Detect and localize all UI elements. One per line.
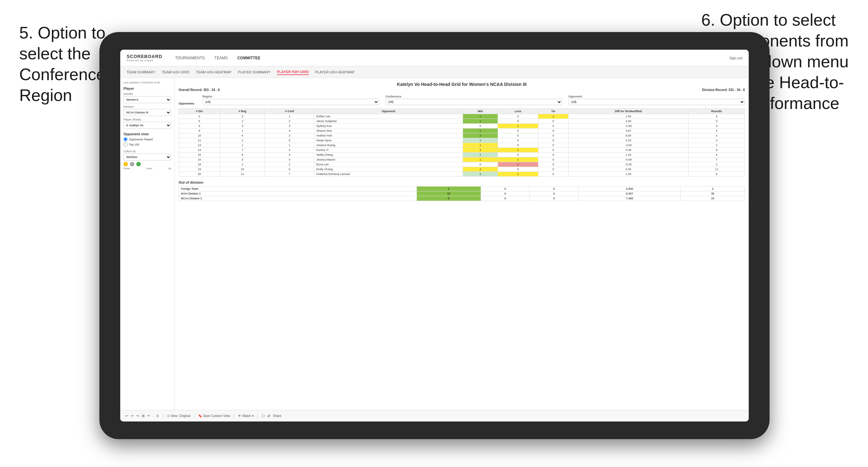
colour-section: Colour by Win/loss Down Level Up: [123, 150, 171, 170]
sub-team-h2h-heatmap[interactable]: TEAM H2H HEATMAP: [196, 69, 231, 75]
table-row: 1635Jessica Mason120-0.947: [179, 157, 745, 162]
toolbar-sep4: [257, 413, 258, 419]
th-diff: Diff Av Strokes/Rnd: [568, 108, 688, 114]
table-row: 19106Emily Chang4000.3011: [179, 167, 745, 172]
th-reg: # Reg: [220, 108, 265, 114]
toolbar-dot[interactable]: ·: [153, 414, 154, 418]
division-label: Division: [123, 105, 171, 108]
sidebar: Last Updated: 27/03/2024 14:34 Player Ge…: [120, 78, 175, 410]
division-record: Division Record: 331 - 34 - 6: [702, 88, 745, 92]
radio-top100[interactable]: Top 100: [123, 142, 171, 147]
grid-title: Katelyn Vo Head-to-Head Grid for Women's…: [179, 82, 745, 87]
toolbar-redo[interactable]: ↪: [136, 414, 139, 418]
toolbar-view-original[interactable]: ⊙ View: Original: [167, 414, 190, 418]
toolbar-undo[interactable]: ↩: [125, 414, 128, 418]
region-filter-select[interactable]: (All): [203, 99, 379, 105]
sub-player-h2h-heatmap[interactable]: PLAYER H2H HEATMAP: [315, 69, 354, 75]
conference-filter-group: Conference (All): [385, 95, 562, 105]
filter-row: Opponents: Region (All) Conference (All): [179, 95, 745, 105]
grid-records: Overall Record: 353 - 34 - 6 Division Re…: [179, 88, 745, 92]
sub-player-h2h-grid[interactable]: PLAYER H2H GRID: [277, 69, 309, 75]
toolbar-undo2[interactable]: ↩: [131, 414, 134, 418]
colour-label: Colour by: [123, 150, 171, 153]
player-rank-select[interactable]: 8. Katelyn Vo: [123, 122, 171, 129]
dot-up: [136, 162, 141, 166]
dot-level: [130, 162, 134, 166]
table-row: 1585Stella Cheng1001.254: [179, 153, 745, 157]
th-win: Win: [463, 108, 498, 114]
out-of-division-table: Foreign Team1004.5002NAIA Division 11500…: [179, 186, 745, 201]
top-nav: SCOREBOARD Powered by clippd TOURNAMENTS…: [120, 50, 749, 66]
nav-links: TOURNAMENTS TEAMS COMMITTEE: [175, 55, 730, 61]
th-tie: Tie: [538, 108, 568, 114]
toolbar-sep2: [194, 413, 194, 419]
toolbar-icon5[interactable]: ⬡: [262, 414, 265, 418]
grid-area: Katelyn Vo Head-to-Head Grid for Women's…: [175, 78, 749, 410]
nav-sign-out[interactable]: Sign out: [730, 56, 742, 60]
colour-dots: [123, 162, 171, 166]
toolbar-clock[interactable]: ⊙: [156, 414, 159, 418]
nav-teams[interactable]: TEAMS: [215, 55, 228, 61]
player-section-title: Player: [123, 87, 171, 90]
nav-committee[interactable]: COMMITTEE: [237, 55, 260, 61]
opponent-filter-group: Opponent (All): [568, 95, 745, 105]
overall-record: Overall Record: 353 - 34 - 6: [179, 88, 220, 92]
th-opponent: Opponent: [314, 108, 463, 114]
gender-label: Gender: [123, 92, 171, 95]
sub-nav: TEAM SUMMARY TEAM H2H GRID TEAM H2H HEAT…: [120, 66, 749, 78]
opponent-filter-select[interactable]: (All): [568, 99, 745, 105]
colour-select[interactable]: Win/loss: [123, 154, 171, 161]
table-row: 1311Jessica Huang100-3.002: [179, 143, 745, 148]
toolbar-share[interactable]: Share: [273, 414, 282, 418]
table-row: 1125Heejo Hyun1003.333: [179, 138, 745, 143]
toolbar-cut[interactable]: ✂: [147, 414, 150, 418]
table-row: 331Esther Lee1011.504: [179, 114, 745, 119]
conference-filter-select[interactable]: (All): [385, 99, 562, 105]
sub-team-h2h-grid[interactable]: TEAM H2H GRID: [162, 69, 189, 75]
division-select[interactable]: NCAA Division III: [123, 109, 171, 116]
toolbar-share-icon[interactable]: ⇄: [268, 414, 270, 418]
out-table-row: NCAA Division 25007.40010: [179, 196, 745, 201]
tablet-frame: SCOREBOARD Powered by clippd TOURNAMENTS…: [99, 32, 770, 439]
region-filter-group: Region (All): [203, 95, 379, 105]
player-rank-label: Player (Rank): [123, 118, 171, 121]
nav-tournaments[interactable]: TOURNAMENTS: [175, 55, 205, 61]
toolbar-grid[interactable]: ⊞: [142, 414, 145, 418]
toolbar-watch[interactable]: 👁 Watch ▾: [238, 414, 254, 418]
out-table-row: NAIA Division 115009.26730: [179, 191, 745, 196]
region-filter-label: Region: [203, 95, 379, 98]
colour-labels: Down Level Up: [123, 167, 171, 170]
out-table-row: Foreign Team1004.5002: [179, 187, 745, 191]
logo: SCOREBOARD Powered by clippd: [127, 54, 162, 62]
toolbar-save-custom[interactable]: 🔖 Save Custom View: [198, 414, 230, 418]
table-row: 20117Federica Domecq Lacroze2101.336: [179, 172, 745, 177]
dot-down: [123, 162, 128, 166]
table-row: 1474Eunice Yi2200.389: [179, 148, 745, 153]
opponent-view: Opponent view Opponents Played Top 100: [123, 132, 171, 147]
opponents-label: Opponents:: [179, 102, 195, 105]
tablet-screen: SCOREBOARD Powered by clippd TOURNAMENTS…: [120, 50, 749, 422]
table-row: 522Alexis Sudjianto1004.003: [179, 119, 745, 124]
th-div: # Div: [179, 108, 220, 114]
table-row: 914Sharon Mun1003.673: [179, 128, 745, 133]
table-row: 633Sydney Kuo010-1.003: [179, 124, 745, 128]
gender-select[interactable]: Women's: [123, 96, 171, 103]
table-row: 1063Andrea York2004.004: [179, 133, 745, 138]
sub-team-summary[interactable]: TEAM SUMMARY: [127, 69, 156, 75]
opponent-view-title: Opponent view: [123, 132, 171, 136]
toolbar-sep3: [234, 413, 234, 419]
main-content: Last Updated: 27/03/2024 14:34 Player Ge…: [120, 78, 749, 410]
radio-opponents-played[interactable]: Opponents Played: [123, 137, 171, 142]
toolbar-sep1: [163, 413, 163, 419]
th-loss: Loss: [498, 108, 538, 114]
th-rounds: Rounds: [688, 108, 745, 114]
out-of-division-title: Out of division: [179, 181, 745, 184]
last-updated: Last Updated: 27/03/2024 14:34: [123, 81, 171, 84]
sub-player-summary[interactable]: PLAYER SUMMARY: [238, 69, 271, 75]
table-row: 1822Euna Lee020-5.002: [179, 162, 745, 167]
opponent-filter-label: Opponent: [568, 95, 745, 98]
th-conf: # Conf: [265, 108, 314, 114]
conference-filter-label: Conference: [385, 95, 562, 98]
bottom-toolbar: ↩ ↩ ↪ ⊞ ✂ · ⊙ ⊙ View: Original 🔖 Save Cu…: [120, 410, 749, 422]
h2h-table: # Div # Reg # Conf Opponent Win Loss Tie…: [179, 108, 745, 177]
